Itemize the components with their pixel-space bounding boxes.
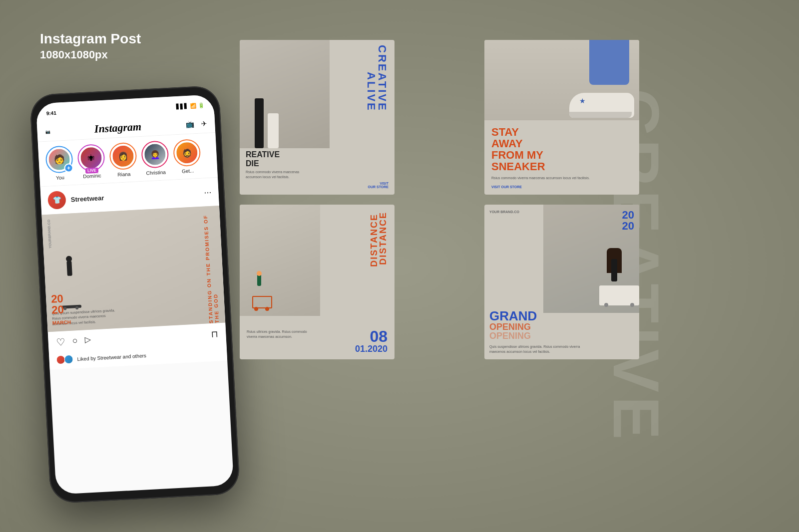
skater-body [66, 261, 72, 276]
grand-text: GRAND [489, 309, 537, 322]
card2-text: STAYAWAYFROM MYSNEAKER [491, 126, 545, 172]
page-title: Instagram Post [40, 30, 141, 48]
status-time: 9:41 [46, 110, 56, 116]
cart-figure [247, 271, 282, 311]
tv-icon[interactable]: 📺 [185, 120, 194, 128]
avatar-riana: 👩 [112, 145, 134, 167]
card1-figures [255, 98, 279, 148]
card1-headline-text: REATIVEDIE [246, 150, 316, 168]
signal-icon: ▋▋▋ [176, 103, 188, 109]
van-wheel1 [604, 303, 608, 307]
van-wheel2 [630, 303, 634, 307]
camera-icon[interactable]: 📷 [45, 129, 50, 134]
card3-body: Rsius ultrices gravida. Rsius commodo vi… [247, 329, 312, 339]
card-distance: DISTANCE DISTANCE Rsius ultrices gravida… [240, 205, 395, 359]
story-name-you: You [56, 175, 64, 181]
card-sneaker: ★ STAYAWAYFROM MYSNEAKER Rsius commodo v… [484, 40, 639, 195]
post-username: Streetwear [70, 194, 104, 203]
cards-grid: CREATIVE ALIVE REATIVEDIE Rsius commodo … [240, 40, 719, 359]
liked-text: Liked by Streetwear and others [77, 352, 146, 361]
share-icon[interactable]: ▷ [84, 335, 91, 347]
card1-alive-label: ALIVE [366, 45, 377, 112]
card-grand-opening: YOUR BRAND.CO 2020 GRAND OPENINGOPENING … [484, 205, 639, 359]
figure-dark [255, 98, 264, 148]
distance-text2: DISTANCE [379, 212, 388, 265]
story-plus-you: + [64, 163, 73, 173]
avatar-get: 🧔 [176, 142, 198, 164]
like-icon[interactable]: ♡ [56, 336, 65, 348]
story-avatar-dominic: 🕷 LIVE [77, 144, 105, 172]
story-name-get: Get... [182, 168, 194, 174]
date-year: 01.2020 [355, 344, 388, 353]
van-shape [599, 285, 639, 305]
status-icons: ▋▋▋ 📶 🔋 [176, 102, 204, 109]
post-user: 👕 Streetwear [47, 189, 104, 210]
avatar-christina: 👩‍🦱 [144, 143, 166, 165]
card1-creative-label: CREATIVE [377, 45, 388, 112]
jeans [589, 40, 629, 85]
shoe-body: ★ [569, 93, 634, 118]
phone-outer: 9:41 ▋▋▋ 📶 🔋 📷 Instagram 📺 ✈ [29, 85, 240, 504]
card-creative-alive: CREATIVE ALIVE REATIVEDIE Rsius commodo … [240, 40, 395, 195]
title-block: Instagram Post 1080x1080px [40, 30, 141, 62]
avatar-inner-get: 🧔 [175, 141, 199, 165]
avatar-inner-dominic: 🕷 [79, 146, 103, 170]
converse-star-icon: ★ [579, 97, 586, 105]
story-dominic[interactable]: 🕷 LIVE Dominic [77, 144, 106, 180]
story-ring-riana: 👩 [109, 142, 137, 170]
post-avatar: 👕 [47, 191, 66, 210]
shoe-sole [569, 112, 632, 118]
card1-visit: VISITOUR STORE [368, 182, 389, 189]
tiny-avatar-2 [64, 355, 73, 364]
card1-image [240, 40, 330, 148]
woman-body [611, 259, 617, 281]
card4-brand: YOUR BRAND.CO [489, 210, 519, 215]
story-christina[interactable]: 👩‍🦱 Christina [141, 140, 170, 176]
card3-image [240, 205, 320, 316]
cart-wheel2 [265, 307, 269, 311]
card2-visit: VISIT OUR STORE [491, 185, 522, 189]
story-name-riana: Riana [117, 171, 131, 177]
story-avatar-christina: 👩‍🦱 [141, 140, 169, 169]
action-icons-left: ♡ ○ ▷ [56, 335, 91, 349]
instagram-header-icons: 📺 ✈ [185, 119, 207, 128]
battery-icon: 🔋 [198, 102, 204, 108]
save-icon[interactable]: ⊓ [211, 328, 218, 340]
card3-vertical: DISTANCE DISTANCE [370, 212, 388, 267]
story-ring-christina: 👩‍🦱 [141, 140, 169, 169]
cart-wheel1 [254, 307, 258, 311]
card3-date: 08 01.2020 [355, 328, 388, 353]
story-avatar-riana: 👩 [109, 142, 137, 170]
opening-text: OPENINGOPENING [489, 322, 537, 340]
story-riana[interactable]: 👩 Riana [109, 142, 138, 178]
page-wrapper: Instagram Post 1080x1080px CREATIVE 9:41… [0, 0, 799, 532]
card4-headline: GRAND OPENINGOPENING [489, 309, 537, 340]
story-ring-get: 🧔 [173, 139, 201, 167]
card1-headline: REATIVEDIE Rsius commodo viverra maecena… [246, 150, 316, 180]
distance-text1: DISTANCE [370, 212, 379, 267]
post-more-icon[interactable]: ··· [204, 187, 212, 198]
opening-text-shadow: OPENING [489, 331, 531, 341]
post-date-month: MARCH [52, 319, 71, 326]
date-number: 08 [355, 328, 388, 344]
post-date: 2020MARCH [51, 293, 71, 327]
phone-mockup: 9:41 ▋▋▋ 📶 🔋 📷 Instagram 📺 ✈ [40, 90, 230, 499]
avatar-dominic: 🕷 [80, 147, 102, 169]
card2-body: Rsius commodo viverra maecenas accumson … [491, 176, 590, 181]
figure-light [268, 113, 279, 148]
story-get[interactable]: 🧔 Get... [173, 139, 202, 175]
wheel-right [75, 306, 78, 309]
avatar-inner-christina: 👩‍🦱 [143, 142, 167, 166]
story-name-christina: Christina [146, 169, 166, 176]
story-you[interactable]: 🧑 + You [45, 145, 74, 181]
card2-shoe-area: ★ [484, 40, 639, 120]
wifi-icon: 📶 [190, 103, 196, 109]
page-dimensions: 1080x1080px [40, 48, 141, 62]
instagram-logo: Instagram [94, 120, 141, 136]
send-icon[interactable]: ✈ [201, 119, 207, 128]
card1-vertical-text: CREATIVE ALIVE [366, 45, 388, 112]
avatar-inner-riana: 👩 [111, 144, 135, 168]
comment-icon[interactable]: ○ [72, 335, 78, 348]
story-name-dominic: Dominic [83, 173, 101, 179]
stay-away-text: STAYAWAYFROM MYSNEAKER [491, 126, 545, 172]
